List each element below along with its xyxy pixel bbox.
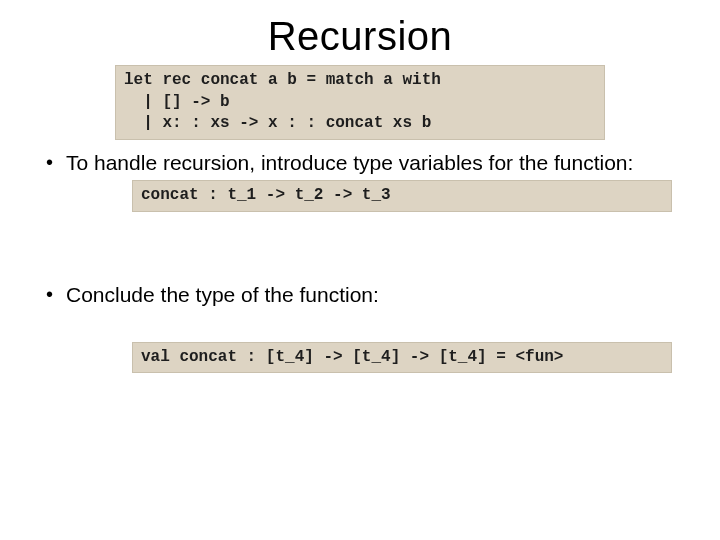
- bullet-item-1: To handle recursion, introduce type vari…: [46, 150, 692, 270]
- slide-title: Recursion: [0, 14, 720, 59]
- code-block-result: val concat : [t_4] -> [t_4] -> [t_4] = <…: [132, 342, 672, 374]
- spacer: [66, 212, 692, 270]
- bullet-list: To handle recursion, introduce type vari…: [0, 150, 720, 374]
- bullet-item-2: Conclude the type of the function: val c…: [46, 282, 692, 374]
- spacer: [66, 308, 692, 338]
- bullet-text-2: Conclude the type of the function:: [66, 283, 379, 306]
- code-block-definition: let rec concat a b = match a with | [] -…: [115, 65, 605, 140]
- code-block-typevars: concat : t_1 -> t_2 -> t_3: [132, 180, 672, 212]
- slide: Recursion let rec concat a b = match a w…: [0, 14, 720, 540]
- bullet-text-1: To handle recursion, introduce type vari…: [66, 151, 633, 174]
